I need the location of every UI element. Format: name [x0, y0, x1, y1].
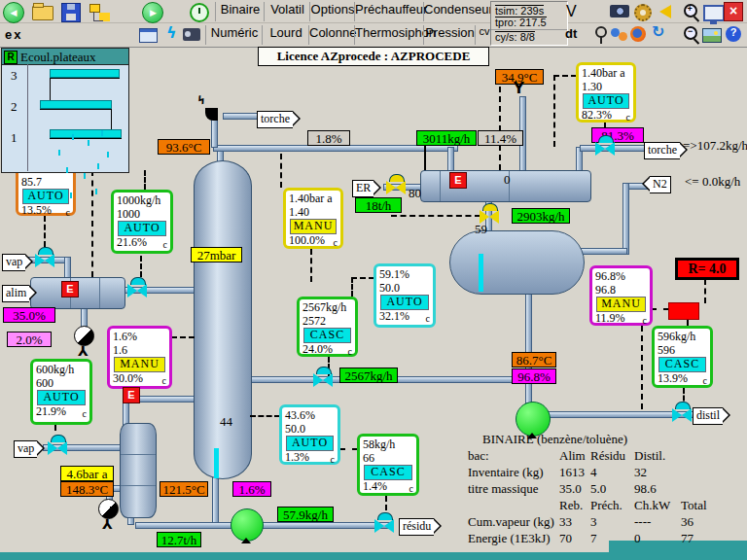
reflux-drum[interactable] [449, 230, 585, 295]
controller-mode[interactable]: MANU [114, 357, 165, 372]
zoom-out-icon[interactable] [684, 26, 697, 40]
tab-options[interactable]: Options [309, 2, 355, 21]
nitrogen-flow-value: <= 0.0kg/h [685, 174, 740, 190]
tab-colonne[interactable]: Colonne [308, 25, 355, 45]
tray-number-divider [27, 64, 28, 171]
sp-value: 1.40 [289, 205, 338, 219]
controller-mode[interactable]: AUTO [118, 221, 166, 236]
signal-line [553, 75, 555, 147]
lightning-icon[interactable] [166, 23, 178, 41]
controller-mode[interactable]: AUTO [380, 295, 429, 310]
tab-prechauffeur[interactable]: Préchauffeur [354, 2, 424, 21]
pipe [525, 290, 532, 403]
tray-line [50, 78, 120, 79]
tray-diagram [2, 64, 128, 172]
controller-mode[interactable]: AUTO [286, 436, 334, 451]
tab-cv[interactable]: cv [475, 25, 493, 45]
sp-value: 596 [658, 343, 707, 357]
distillate-valve[interactable] [672, 408, 692, 422]
controller-mode[interactable]: AUTO [22, 189, 69, 204]
controller-reflux-flow[interactable]: 2567kg/h 2572 CASC 24.0%c [297, 297, 358, 357]
window-r-button[interactable]: R [4, 51, 18, 64]
browser-icon[interactable] [630, 26, 646, 42]
key-icon[interactable] [595, 26, 607, 38]
users-icon[interactable] [611, 28, 620, 37]
image-icon[interactable] [702, 28, 722, 43]
tab-binaire[interactable]: Binaire [215, 2, 265, 21]
controller-distil-comp[interactable]: 96.8% 96.8 MANU 11.9%c [589, 265, 653, 326]
controller-alim-flow[interactable]: 1000kg/h 1000 AUTO 21.6%c [111, 190, 173, 254]
bottoms-temp-label: 121.5°C [160, 481, 208, 497]
close-icon[interactable] [724, 2, 743, 21]
controller-vap-flow[interactable]: 600kg/h 600 AUTO 21.9%c [30, 359, 92, 425]
history-clock-icon[interactable] [190, 3, 209, 22]
reboiler[interactable] [120, 423, 157, 518]
pv-value: 596kg/h [658, 330, 707, 343]
controller-drum-level[interactable]: 59.1% 50.0 AUTO 32.1%c [374, 263, 436, 328]
signal-line [140, 256, 142, 277]
tab-pression[interactable]: Pression [423, 25, 476, 45]
window-title: Ecoul.plateaux [20, 50, 96, 65]
controller-cond-press[interactable]: 1.40bar a 1.30 AUTO 82.3%c [576, 62, 636, 122]
v-label[interactable]: V [566, 3, 577, 20]
condenser-duty: 0 [504, 172, 511, 188]
open-file-icon[interactable] [32, 6, 53, 20]
tree-view-icon[interactable] [89, 4, 100, 13]
controller-mode[interactable]: CASC [658, 357, 706, 372]
residue-valve[interactable] [374, 519, 394, 533]
ex-label[interactable]: ex [5, 27, 22, 42]
tab-lourd[interactable]: Lourd [262, 25, 309, 45]
controller-mode[interactable]: MANU [290, 219, 337, 234]
help-icon[interactable] [726, 26, 741, 42]
bottoms-pump[interactable] [231, 508, 264, 542]
tab-volatil[interactable]: Volatil [264, 2, 310, 21]
pv-value: 43.6% [285, 408, 335, 422]
save-icon[interactable] [61, 3, 81, 22]
speaker-icon[interactable] [659, 5, 671, 18]
vap-bottom-valve[interactable] [48, 441, 67, 455]
tab-thermosiphon[interactable]: Thermosiphon [354, 25, 424, 45]
back-icon[interactable] [3, 2, 24, 23]
exchanger-badge[interactable]: E [123, 387, 140, 403]
forward-icon[interactable] [142, 2, 163, 23]
cascade-flag: c [162, 375, 166, 386]
film-icon[interactable] [183, 28, 200, 41]
op-value: 30.0% [113, 371, 143, 386]
distillation-column[interactable] [194, 160, 252, 479]
controller-mode[interactable]: CASC [303, 328, 351, 343]
controller-feed-comp[interactable]: 1.6% 1.6 MANU 30.0%c [107, 326, 172, 389]
window-icon[interactable] [139, 28, 158, 43]
controller-col-press-manu[interactable]: 1.40bar a 1.40 MANU 100.0%c [283, 188, 343, 249]
tray-line [40, 109, 112, 110]
gear-icon[interactable] [634, 4, 652, 21]
controller-mode[interactable]: AUTO [37, 390, 86, 405]
torch-valve[interactable] [595, 142, 615, 156]
zoom-in-icon[interactable] [684, 4, 697, 18]
controller-col-level[interactable]: 43.6% 50.0 AUTO 1.3%c [279, 404, 340, 465]
controller-mode[interactable]: MANU [596, 297, 646, 312]
presentation-icon[interactable] [703, 5, 725, 21]
pipe [223, 113, 260, 120]
camera-icon[interactable] [610, 5, 629, 18]
exchanger-badge[interactable]: E [61, 281, 79, 298]
controller-mode[interactable]: CASC [364, 465, 412, 480]
condensate-valve[interactable] [480, 210, 499, 224]
feed-valve[interactable] [127, 284, 147, 298]
exchanger-badge[interactable]: E [449, 172, 467, 189]
controller-mode[interactable]: AUTO [583, 93, 629, 109]
distillate-pump[interactable] [516, 402, 551, 437]
toolbar-divider [0, 22, 747, 23]
reflux-valve[interactable] [313, 373, 333, 387]
dt-label[interactable]: dt [565, 26, 577, 41]
controller-distil-flow[interactable]: 596kg/h 596 CASC 13.9%c [652, 326, 713, 388]
signal-line [391, 215, 480, 217]
tab-numeric[interactable]: Numéric [205, 25, 263, 45]
overhead-temp-label: 93.6°C [158, 139, 210, 155]
refresh-icon[interactable] [652, 22, 667, 40]
valve-actuator [51, 435, 66, 442]
tray-bar [50, 69, 120, 78]
vap-top-valve[interactable] [35, 254, 54, 267]
cooling-water-valve[interactable] [386, 181, 406, 194]
controller-residu-flow[interactable]: 58kg/h 66 CASC 1.4%c [357, 434, 419, 496]
tab-condenseur[interactable]: Condenseur [423, 2, 491, 21]
